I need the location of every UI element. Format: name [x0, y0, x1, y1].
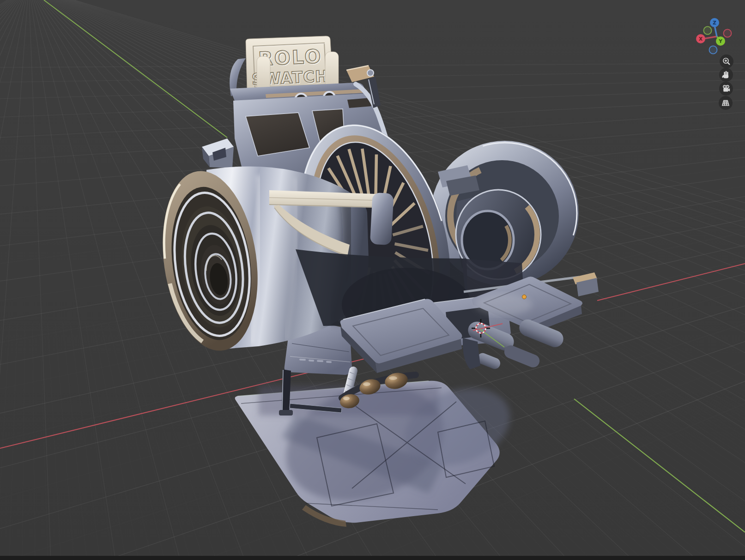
gizmo-axis-y[interactable]: Y	[716, 36, 725, 46]
gizmo-x-label: X	[699, 36, 703, 42]
gizmo-y-label: Y	[718, 38, 722, 44]
gizmo-axis-x[interactable]: X	[696, 34, 705, 43]
object-origin-dot[interactable]	[522, 295, 527, 299]
gizmo-axis-z[interactable]: Z	[710, 18, 719, 27]
pan-button[interactable]	[719, 68, 733, 82]
editor-bottom-border	[0, 556, 745, 560]
gizmo-axis-z-negative[interactable]	[709, 46, 717, 54]
zoom-button[interactable]	[720, 54, 733, 68]
strut-foot	[279, 410, 293, 415]
blender-3d-viewport[interactable]: ROLO ROLO SWATCH SWATCH	[0, 0, 745, 560]
gizmo-axis-y-negative[interactable]	[704, 27, 712, 35]
gizmo-axis-x-negative[interactable]	[724, 30, 732, 37]
camera-button[interactable]	[719, 82, 733, 96]
gizmo-z-label: Z	[713, 20, 716, 25]
armrest-end-block	[370, 193, 394, 245]
grid-button[interactable]	[719, 96, 733, 110]
